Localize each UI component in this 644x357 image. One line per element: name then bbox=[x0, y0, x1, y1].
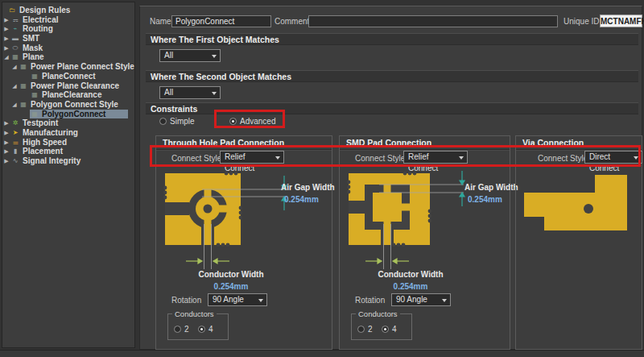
expand-arrow-icon[interactable]: ▶ bbox=[2, 24, 10, 34]
expand-arrow-icon[interactable]: ▶ bbox=[2, 44, 10, 53]
high-speed-icon: ⚌ bbox=[10, 138, 20, 147]
tht-conductors-2-radio[interactable]: 2 bbox=[174, 325, 189, 334]
advanced-mode-radio[interactable]: Advanced bbox=[229, 117, 275, 126]
expand-arrow-icon[interactable]: ▶ bbox=[2, 128, 10, 138]
radio-off-icon bbox=[159, 118, 167, 125]
tht-rotation-value: 90 Angle bbox=[213, 295, 244, 304]
rule-grid-icon: ▦ bbox=[19, 100, 28, 110]
smd-rotation-value: 90 Angle bbox=[396, 295, 427, 304]
constraints-section-header: Constraints bbox=[146, 102, 638, 114]
tht-air-gap-value: 0.254mm bbox=[284, 195, 319, 204]
expand-arrow-icon[interactable]: ▶ bbox=[2, 147, 10, 156]
tree-item-planeconnect[interactable]: ▦ PlaneConnect bbox=[2, 72, 134, 81]
electrical-icon: ⚎ bbox=[10, 15, 20, 25]
chevron-down-icon bbox=[634, 156, 638, 160]
tree-item-label: Power Plane Clearance bbox=[28, 81, 122, 91]
tree-item-high-speed[interactable]: ▶ ⚌ High Speed bbox=[2, 138, 134, 147]
tht-conductors-group: Conductors 2 4 bbox=[167, 313, 229, 340]
tree-item-label: Placement bbox=[20, 147, 65, 156]
comment-input[interactable] bbox=[308, 15, 558, 27]
smd-connect-style-dropdown[interactable]: Relief Connect bbox=[403, 151, 468, 164]
expand-arrow-icon[interactable]: ▶ bbox=[2, 15, 10, 25]
smd-rotation-dropdown[interactable]: 90 Angle bbox=[391, 293, 451, 306]
tree-item-testpoint[interactable]: ▶ ✲ Testpoint bbox=[2, 118, 134, 128]
tht-rotation-label: Rotation bbox=[171, 296, 201, 305]
dialog-bottom-strip bbox=[0, 350, 644, 357]
chevron-down-icon bbox=[212, 55, 217, 58]
radio-off-icon bbox=[174, 326, 181, 333]
signal-integrity-icon: ∿ bbox=[10, 156, 20, 166]
tht-rotation-dropdown[interactable]: 90 Angle bbox=[208, 293, 267, 306]
collapse-arrow-icon[interactable]: ◢ bbox=[2, 52, 10, 62]
expand-arrow-icon[interactable]: ▶ bbox=[2, 118, 10, 128]
radio-off-icon bbox=[357, 326, 365, 333]
smd-conductors-2-radio[interactable]: 2 bbox=[357, 325, 373, 334]
tht-air-gap-label: Air Gap Width bbox=[281, 183, 335, 192]
name-input[interactable] bbox=[171, 15, 271, 27]
rule-grid-icon: ▦ bbox=[19, 81, 28, 91]
tree-item-label: PlaneConnect bbox=[39, 72, 98, 81]
collapse-arrow-icon[interactable]: ◢ bbox=[10, 100, 19, 110]
expand-arrow-icon[interactable]: ▶ bbox=[2, 138, 10, 147]
smd-conductors-4-label: 4 bbox=[392, 325, 397, 334]
rule-grid-icon: ▦ bbox=[30, 110, 39, 119]
via-connect-style-dropdown[interactable]: Direct Connect bbox=[584, 151, 642, 164]
unique-id-label: Unique ID bbox=[564, 17, 599, 26]
via-direct-connect-diagram bbox=[515, 166, 642, 247]
tree-item-electrical[interactable]: ▶ ⚎ Electrical bbox=[2, 15, 134, 25]
second-match-scope-dropdown[interactable]: All bbox=[159, 86, 221, 99]
mask-icon: ⬭ bbox=[10, 44, 20, 53]
tree-item-polygon-connect-style[interactable]: ◢ ▦ Polygon Connect Style bbox=[2, 100, 134, 110]
first-match-scope-value: All bbox=[164, 51, 173, 60]
tree-item-label: Mask bbox=[20, 44, 45, 53]
chevron-down-icon bbox=[212, 92, 217, 95]
tht-connect-style-label: Connect Style bbox=[171, 154, 221, 163]
tree-root-label: Design Rules bbox=[17, 6, 72, 15]
simple-mode-radio[interactable]: Simple bbox=[159, 117, 195, 126]
collapse-arrow-icon[interactable]: ◢ bbox=[10, 81, 19, 91]
tree-item-label: Signal Integrity bbox=[20, 156, 83, 166]
manufacturing-icon: ➤ bbox=[10, 128, 20, 138]
tht-conductors-label: Conductors bbox=[172, 309, 217, 318]
tree-item-smt[interactable]: ▶ ▬ SMT bbox=[2, 34, 134, 44]
expand-arrow-icon[interactable]: ▶ bbox=[2, 156, 10, 166]
tree-item-mask[interactable]: ▶ ⬭ Mask bbox=[2, 44, 134, 53]
first-match-scope-dropdown[interactable]: All bbox=[159, 49, 221, 62]
smd-connect-style-label: Connect Style bbox=[355, 154, 405, 163]
tree-item-label: Routing bbox=[20, 24, 56, 34]
smt-icon: ▬ bbox=[10, 34, 20, 44]
folder-icon: 🗀 bbox=[7, 6, 17, 15]
tree-root-design-rules[interactable]: 🗀 Design Rules bbox=[2, 6, 134, 15]
tree-item-manufacturing[interactable]: ▶ ➤ Manufacturing bbox=[2, 128, 134, 138]
tree-item-power-plane-clearance[interactable]: ◢ ▦ Power Plane Clearance bbox=[2, 81, 134, 91]
radio-on-icon bbox=[382, 326, 389, 333]
second-match-section-header: Where The Second Object Matches bbox=[146, 70, 638, 82]
tree-item-label: Testpoint bbox=[20, 118, 60, 128]
smd-conductors-4-radio[interactable]: 4 bbox=[382, 325, 397, 334]
chevron-down-icon bbox=[442, 299, 447, 302]
tree-item-label: Polygon Connect Style bbox=[28, 100, 121, 110]
rule-grid-icon: ▦ bbox=[19, 62, 28, 72]
smd-conductors-2-label: 2 bbox=[368, 325, 373, 334]
tree-item-polygonconnect-selected[interactable]: ▦ PolygonConnect bbox=[2, 110, 134, 119]
radio-on-icon bbox=[198, 326, 205, 333]
plane-icon: ▦ bbox=[10, 52, 20, 62]
tree-item-plane[interactable]: ◢ ▦ Plane bbox=[2, 52, 134, 62]
routing-icon: ⌁ bbox=[10, 24, 20, 34]
tht-connect-style-dropdown[interactable]: Relief Connect bbox=[220, 151, 284, 164]
collapse-arrow-icon[interactable]: ◢ bbox=[10, 62, 19, 72]
tht-conductors-4-radio[interactable]: 4 bbox=[198, 325, 213, 334]
tree-item-signal-integrity[interactable]: ▶ ∿ Signal Integrity bbox=[2, 156, 134, 166]
tht-conductors-4-label: 4 bbox=[208, 325, 213, 334]
smd-conductor-width-value: 0.254mm bbox=[370, 282, 451, 291]
advanced-mode-label: Advanced bbox=[240, 117, 275, 126]
expand-arrow-icon[interactable]: ▶ bbox=[2, 34, 10, 44]
tht-conductor-width-value: 0.254mm bbox=[191, 282, 271, 291]
tree-item-planeclearance[interactable]: ▦ PlaneClearance bbox=[2, 90, 134, 100]
tree-item-label: Plane bbox=[20, 52, 47, 62]
tree-item-routing[interactable]: ▶ ⌁ Routing bbox=[2, 24, 134, 34]
tree-item-placement[interactable]: ▶ ▮ Placement bbox=[2, 147, 134, 156]
tree-item-power-plane-connect-style[interactable]: ◢ ▦ Power Plane Connect Style bbox=[2, 62, 134, 72]
chevron-down-icon bbox=[258, 299, 263, 302]
smd-rotation-label: Rotation bbox=[355, 296, 385, 305]
